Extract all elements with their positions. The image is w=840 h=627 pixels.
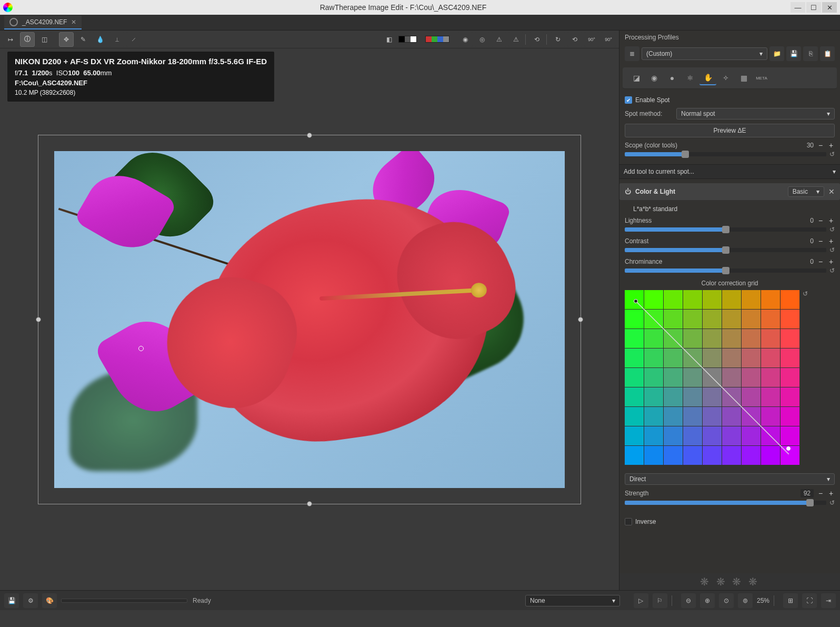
chrominance-slider[interactable] — [625, 268, 826, 273]
exposure-tab[interactable]: ◪ — [628, 71, 645, 85]
crop-handle-top[interactable] — [307, 133, 312, 138]
advanced-tab[interactable]: ⚛ — [682, 71, 698, 85]
nav-flag-button[interactable]: ⚐ — [653, 593, 667, 608]
color-light-mode-select[interactable]: Basic ▾ — [788, 186, 824, 197]
external-editor-button[interactable]: 🎨 — [42, 593, 57, 608]
picker-tool-button[interactable]: ✎ — [76, 32, 91, 47]
lightness-plus-button[interactable]: + — [827, 217, 835, 224]
new-detail-window-button[interactable]: ⊞ — [783, 593, 798, 608]
profile-select[interactable]: (Custom) ▾ — [642, 47, 767, 60]
preview-de-button[interactable]: Preview ΔE — [625, 124, 835, 137]
straighten-tool-button[interactable]: ⟋ — [126, 32, 141, 47]
color-light-header[interactable]: ⏻ Color & Light Basic ▾ ✕ — [619, 183, 840, 200]
rotate-90-cw-button[interactable]: 90° — [601, 32, 616, 47]
local-tab[interactable]: ✋ — [699, 71, 716, 85]
contrast-plus-button[interactable]: + — [827, 237, 835, 245]
save-button[interactable]: 💾 — [4, 593, 19, 608]
contrast-slider[interactable] — [625, 248, 826, 252]
nav-first-button[interactable]: ▷ — [634, 593, 648, 608]
profile-paste-button[interactable]: 📋 — [820, 46, 835, 61]
highlight-clip-button[interactable]: ⚠ — [492, 32, 506, 47]
chevron-down-icon: ▾ — [827, 475, 830, 483]
add-tool-label: Add tool to current spot... — [624, 168, 694, 175]
lightness-slider[interactable] — [625, 227, 826, 232]
white-balance-picker-button[interactable]: 💧 — [93, 32, 107, 47]
zoom-100-button[interactable]: ⊚ — [738, 593, 753, 608]
power-icon[interactable]: ⏻ — [625, 188, 631, 195]
lightness-minus-button[interactable]: − — [817, 217, 824, 224]
scope-minus-button[interactable]: − — [817, 142, 824, 149]
collapse-panel-button[interactable]: ⇥ — [821, 593, 836, 608]
direct-select[interactable]: Direct ▾ — [625, 473, 835, 485]
meta-tab[interactable]: META — [753, 71, 770, 85]
bg-color-swatches[interactable] — [398, 36, 417, 43]
zoom-out-button[interactable]: ⊖ — [681, 593, 696, 608]
profile-mode-button[interactable]: ≣ — [625, 46, 639, 61]
minimize-button[interactable]: — — [791, 2, 805, 13]
spot-marker[interactable] — [138, 346, 144, 351]
lightness-reset-button[interactable]: ↺ — [829, 226, 835, 233]
lab-standard-label: L*a*b* standard — [633, 205, 677, 213]
grid-reset-button[interactable]: ↺ — [803, 290, 808, 297]
close-window-button[interactable]: ✕ — [822, 2, 837, 13]
preview-mode-2-button[interactable]: ◎ — [475, 32, 489, 47]
sync-button[interactable]: ↻ — [551, 32, 565, 47]
chrominance-minus-button[interactable]: − — [817, 258, 824, 265]
strength-slider[interactable] — [625, 501, 826, 505]
info-button[interactable]: ⓘ — [20, 32, 35, 47]
close-tab-button[interactable]: ✕ — [71, 18, 76, 26]
zoom-in-button[interactable]: ⊕ — [700, 593, 715, 608]
scope-plus-button[interactable]: + — [827, 142, 835, 149]
channel-color-swatches[interactable] — [425, 36, 449, 43]
profile-save-button[interactable]: 💾 — [786, 46, 801, 61]
scope-reset-button[interactable]: ↺ — [829, 151, 835, 158]
scope-slider[interactable] — [625, 152, 826, 156]
color-tab[interactable]: ● — [664, 71, 681, 85]
rotate-90-button[interactable]: 90° — [584, 32, 599, 47]
enable-spot-checkbox[interactable]: ✔ — [625, 96, 632, 104]
crop-frame[interactable] — [38, 135, 581, 504]
canvas-area[interactable] — [0, 48, 619, 590]
spot-method-select[interactable]: Normal spot ▾ — [676, 108, 835, 120]
camera-lens-info: NIKON D200 + AF-S DX VR Zoom-Nikkor 18-2… — [15, 57, 267, 66]
shadow-clip-button[interactable]: ⚠ — [508, 32, 523, 47]
preset-select[interactable]: None ▾ — [525, 595, 620, 606]
perspective-button[interactable]: ⟲ — [567, 32, 582, 47]
strength-plus-button[interactable]: + — [827, 490, 835, 497]
remove-tool-button[interactable]: ✕ — [828, 187, 835, 196]
hand-tool-button[interactable]: ✥ — [59, 32, 74, 47]
rotate-left-button[interactable]: ⟲ — [529, 32, 544, 47]
raw-tab[interactable]: ▦ — [735, 71, 752, 85]
contrast-reset-button[interactable]: ↺ — [829, 246, 835, 254]
grid-shadow-point[interactable] — [634, 299, 638, 303]
inverse-checkbox[interactable] — [625, 518, 632, 525]
color-correction-grid[interactable] — [625, 290, 799, 465]
strength-minus-button[interactable]: − — [817, 490, 824, 497]
preview-mode-1-button[interactable]: ◉ — [458, 32, 473, 47]
fullscreen-button[interactable]: ⛶ — [802, 593, 817, 608]
chrominance-reset-button[interactable]: ↺ — [829, 267, 835, 274]
queue-button[interactable]: ⚙ — [23, 593, 38, 608]
file-tab-label: _ASC4209.NEF — [22, 18, 67, 26]
crop-tool-button[interactable]: ⟂ — [109, 32, 124, 47]
transform-tab[interactable]: ✧ — [717, 71, 734, 85]
chrominance-plus-button[interactable]: + — [827, 258, 835, 265]
contrast-minus-button[interactable]: − — [817, 237, 824, 245]
strength-reset-button[interactable]: ↺ — [829, 499, 835, 506]
crop-handle-bottom[interactable] — [307, 501, 312, 506]
crop-handle-right[interactable] — [578, 317, 583, 322]
before-after-button[interactable]: ◫ — [37, 32, 52, 47]
titlebar: RawTherapee Image Edit - F:\Cou\_ASC4209… — [0, 0, 840, 15]
detail-tab[interactable]: ◉ — [646, 71, 663, 85]
crop-handle-left[interactable] — [36, 317, 41, 322]
arrow-tool-button[interactable]: ↦ — [3, 32, 18, 47]
maximize-button[interactable]: ☐ — [806, 2, 821, 13]
add-tool-dropdown[interactable]: Add tool to current spot... ▾ — [619, 164, 840, 179]
profile-load-button[interactable]: 📁 — [769, 46, 784, 61]
profile-copy-button[interactable]: ⎘ — [803, 46, 818, 61]
decorative-flowers: ❋ ❋ ❋ ❋ — [619, 573, 840, 590]
zoom-fit-button[interactable]: ⊙ — [719, 593, 734, 608]
background-toggle-button[interactable]: ◧ — [382, 32, 396, 47]
chevron-down-icon: ▾ — [612, 597, 615, 604]
file-tab[interactable]: _ASC4209.NEF ✕ — [4, 16, 82, 29]
